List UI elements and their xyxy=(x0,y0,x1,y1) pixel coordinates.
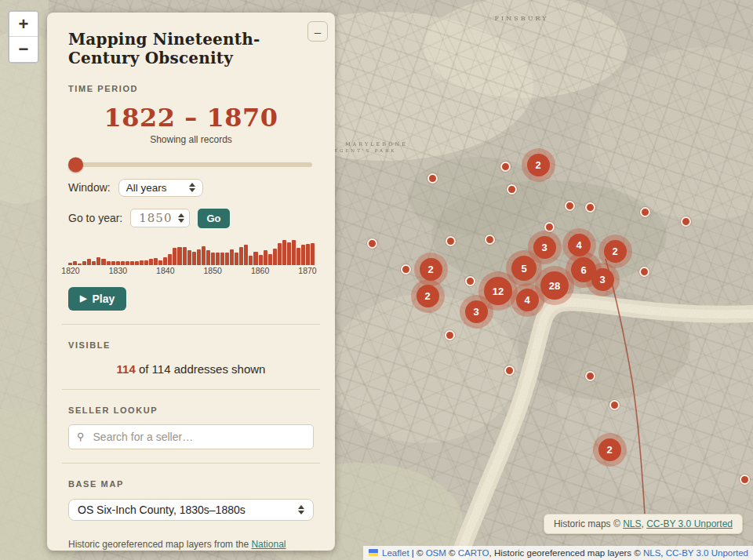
cluster-marker[interactable]: 12 xyxy=(484,277,512,305)
histogram-bar xyxy=(249,256,253,265)
seller-search-input[interactable] xyxy=(92,430,305,444)
records-subtitle: Showing all records xyxy=(68,134,314,145)
point-marker[interactable] xyxy=(504,365,515,376)
goto-year-input[interactable]: 1850 xyxy=(130,209,190,227)
cluster-marker[interactable]: 4 xyxy=(568,234,591,256)
time-period-heading: TIME PERIOD xyxy=(68,84,314,93)
visible-count-line: 114 of 114 addresses shown xyxy=(68,362,314,376)
histogram-bar xyxy=(278,243,282,265)
histogram-bar xyxy=(177,247,181,265)
cc-license-link[interactable]: CC-BY 3.0 Unported xyxy=(646,518,733,529)
histogram-bar xyxy=(296,248,300,265)
histogram-tick-label: 1830 xyxy=(109,266,127,275)
attribution-bar: Leaflet | © OSM © CARTO, Historic georef… xyxy=(363,546,753,560)
histogram-bar xyxy=(287,242,291,265)
point-marker[interactable] xyxy=(681,216,691,227)
point-marker[interactable] xyxy=(565,201,575,211)
osm-link[interactable]: OSM xyxy=(426,548,446,558)
point-marker[interactable] xyxy=(740,475,750,485)
divider xyxy=(62,324,320,325)
histogram-bar xyxy=(259,255,263,265)
go-button[interactable]: Go xyxy=(198,209,229,228)
window-label: Window: xyxy=(68,181,111,194)
histogram-bars xyxy=(68,239,315,265)
point-marker[interactable] xyxy=(446,236,456,246)
seller-search-box: ⚲ xyxy=(68,424,314,449)
nls-credit-link[interactable]: NLS xyxy=(623,518,641,529)
point-marker[interactable] xyxy=(585,202,595,213)
histogram-bar xyxy=(173,248,176,265)
sidebar-panel: – Mapping Nineteenth-Century Obscenity T… xyxy=(47,13,335,551)
point-marker[interactable] xyxy=(465,276,475,286)
zoom-in-button[interactable]: + xyxy=(9,12,38,37)
zoom-out-button[interactable]: − xyxy=(9,37,38,62)
histogram-tick-label: 1850 xyxy=(204,266,222,275)
cluster-marker[interactable]: 2 xyxy=(598,438,621,461)
point-marker[interactable] xyxy=(500,162,511,172)
histogram-bar xyxy=(168,254,172,265)
histogram-bar xyxy=(311,243,315,265)
zoom-control: + − xyxy=(8,10,39,64)
app-window: FINSBURYMARYLEBONEREGENT'S PARK234256328… xyxy=(0,0,753,560)
cluster-marker[interactable]: 28 xyxy=(540,271,569,300)
base-map-select[interactable]: OS Six-Inch County, 1830s–1880s xyxy=(68,499,314,521)
histogram-axis: 182018301840185018601870 xyxy=(68,265,315,275)
point-marker[interactable] xyxy=(544,222,555,232)
cluster-marker[interactable]: 2 xyxy=(604,240,627,263)
spinner-updown-icon[interactable] xyxy=(178,213,184,223)
goto-year-value: 1850 xyxy=(139,211,172,225)
cluster-marker[interactable]: 2 xyxy=(420,258,442,281)
histogram-bar xyxy=(244,245,248,265)
cluster-marker[interactable]: 2 xyxy=(417,285,439,307)
cluster-marker[interactable]: 2 xyxy=(527,154,550,176)
cc-attrib-link[interactable]: CC-BY 3.0 Unported xyxy=(666,548,748,558)
cluster-marker[interactable]: 3 xyxy=(533,236,556,259)
leaflet-link[interactable]: Leaflet xyxy=(382,548,409,558)
cluster-marker[interactable]: 3 xyxy=(591,268,614,291)
collapse-panel-button[interactable]: – xyxy=(307,21,328,42)
nls-attrib-link[interactable]: NLS xyxy=(643,548,660,558)
cluster-marker[interactable]: 5 xyxy=(511,256,537,281)
point-marker[interactable] xyxy=(401,264,411,275)
point-marker[interactable] xyxy=(445,330,455,340)
panel-footnote: Historic georeferenced map layers from t… xyxy=(68,538,314,551)
point-marker[interactable] xyxy=(609,400,620,410)
page-title: Mapping Nineteenth-Century Obscenity xyxy=(68,30,286,68)
histogram-bar xyxy=(268,254,272,265)
point-marker[interactable] xyxy=(485,235,495,245)
histogram-bar xyxy=(197,249,201,265)
base-map-select-value: OS Six-Inch County, 1830s–1880s xyxy=(78,504,246,516)
map-place-label: FINSBURY xyxy=(495,15,549,22)
histogram-bar xyxy=(154,258,158,265)
year-range-display: 1822 – 1870 xyxy=(68,103,314,133)
point-marker[interactable] xyxy=(367,238,377,249)
histogram-bar xyxy=(211,253,215,265)
location-pin-icon: ⚲ xyxy=(77,431,85,442)
point-marker[interactable] xyxy=(427,173,438,184)
window-select[interactable]: All years xyxy=(118,179,203,197)
year-slider-track[interactable] xyxy=(70,162,312,167)
histogram-tick-label: 1860 xyxy=(251,266,269,275)
play-button[interactable]: ▶ Play xyxy=(68,287,126,311)
year-slider-thumb[interactable] xyxy=(68,157,83,172)
map-place-label: MARYLEBONE xyxy=(345,141,408,147)
carto-link[interactable]: CARTO xyxy=(458,548,489,558)
histogram-bar xyxy=(192,252,196,265)
point-marker[interactable] xyxy=(640,207,650,217)
point-marker[interactable] xyxy=(639,267,649,277)
historic-maps-credit: Historic maps © NLS, CC-BY 3.0 Unported xyxy=(544,514,743,534)
histogram-tick-label: 1840 xyxy=(156,266,174,275)
visible-heading: VISIBLE xyxy=(68,340,314,350)
visible-count: 114 xyxy=(117,362,136,376)
point-marker[interactable] xyxy=(585,371,595,381)
cluster-marker[interactable]: 3 xyxy=(465,300,488,323)
base-map-heading: BASE MAP xyxy=(68,479,314,489)
histogram-bar xyxy=(202,246,206,265)
histogram-bar xyxy=(239,247,243,265)
point-marker[interactable] xyxy=(507,184,517,195)
histogram-tick-label: 1820 xyxy=(61,266,79,275)
histogram-bar xyxy=(206,250,210,265)
histogram-bar xyxy=(292,240,296,265)
cluster-marker[interactable]: 4 xyxy=(516,289,539,311)
histogram-bar xyxy=(163,257,167,265)
